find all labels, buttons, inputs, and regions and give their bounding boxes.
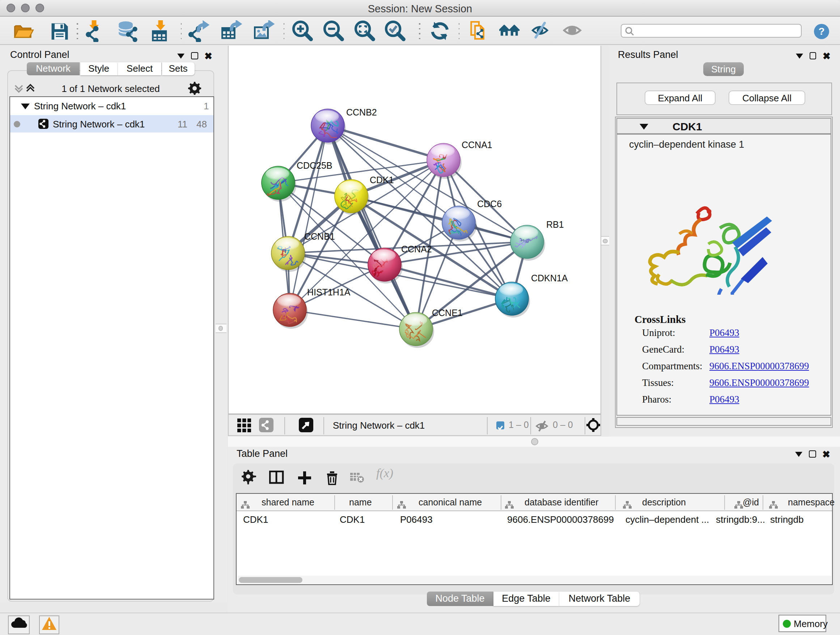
svg-text:CDKN1A: CDKN1A [531, 272, 568, 283]
svg-text:CCNA1: CCNA1 [461, 139, 492, 149]
svg-text:HIST1H1A: HIST1H1A [307, 287, 350, 297]
svg-text:CCNE1: CCNE1 [431, 307, 462, 318]
svg-text:CCNA2: CCNA2 [401, 244, 431, 254]
svg-text:CDK1: CDK1 [369, 174, 393, 185]
svg-text:CDC6: CDC6 [477, 198, 501, 209]
svg-text:CDC25B: CDC25B [296, 160, 332, 170]
svg-text:RB1: RB1 [546, 219, 564, 229]
svg-text:CCNB1: CCNB1 [304, 231, 335, 241]
svg-text:CCNB2: CCNB2 [346, 107, 377, 117]
